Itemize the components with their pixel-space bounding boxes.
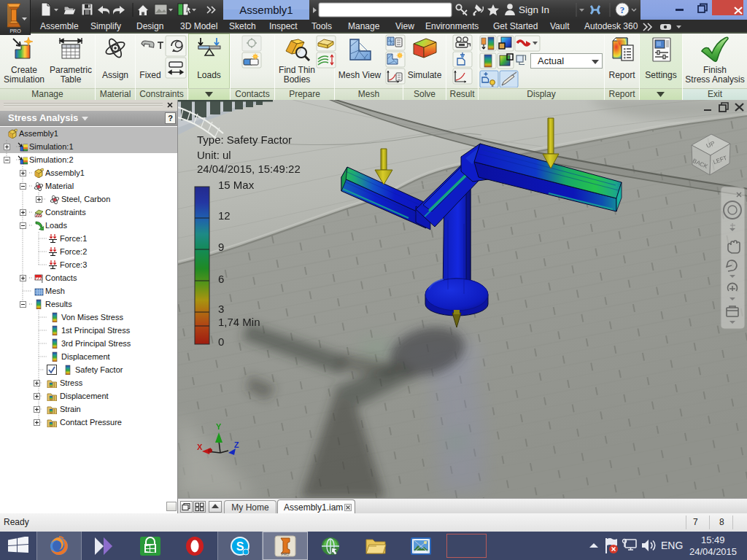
svg-text:Assembly1: Assembly1: [239, 4, 293, 16]
svg-text:0: 0: [218, 335, 224, 348]
svg-text:Sign In: Sign In: [519, 4, 549, 15]
svg-text:6: 6: [218, 273, 224, 285]
svg-text:24/04/2015, 15:49:22: 24/04/2015, 15:49:22: [197, 163, 301, 175]
svg-text:9: 9: [218, 241, 224, 253]
svg-text:15 Max: 15 Max: [218, 179, 255, 191]
svg-text:Type: Safety Factor: Type: Safety Factor: [197, 133, 292, 146]
svg-text:PRO: PRO: [282, 552, 290, 556]
svg-text:1,74 Min: 1,74 Min: [218, 316, 260, 328]
svg-text:?: ?: [620, 4, 625, 15]
svg-text:Z: Z: [234, 440, 239, 449]
svg-text:Y: Y: [216, 422, 222, 431]
svg-text:3: 3: [218, 303, 224, 315]
svg-text:X: X: [197, 443, 203, 451]
svg-text:PRO: PRO: [9, 28, 21, 34]
svg-text:12: 12: [218, 209, 231, 222]
svg-text:Unit: ul: Unit: ul: [197, 149, 231, 161]
